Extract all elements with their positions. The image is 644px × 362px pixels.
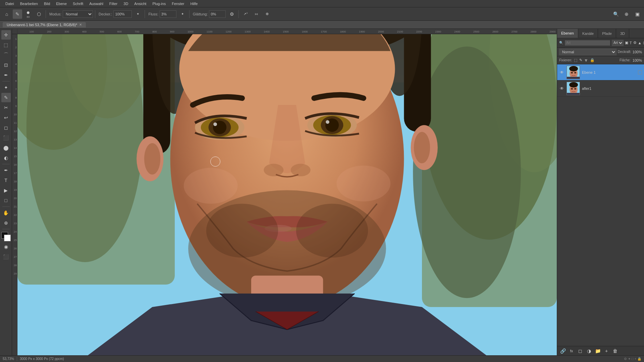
- zoom-tool[interactable]: ⊕: [1, 218, 11, 228]
- menu-schrift[interactable]: Schrift: [70, 1, 86, 6]
- svg-point-50: [571, 88, 573, 89]
- doc-close-btn[interactable]: ✕: [79, 23, 82, 26]
- background-color[interactable]: [4, 235, 11, 241]
- tab-ebenen[interactable]: Ebenen: [557, 29, 578, 38]
- svg-rect-46: [567, 77, 580, 79]
- ruler-left: 123 456 789 101112 131415 161718 192021 …: [12, 34, 17, 355]
- layer-view-btn[interactable]: ▣: [625, 40, 628, 46]
- home-tool-btn[interactable]: ⌂: [2, 9, 11, 19]
- layer-visibility-btn[interactable]: 👁: [559, 70, 565, 75]
- delete-layer-btn[interactable]: 🗑: [611, 347, 619, 355]
- options-toolbar: ⌂ ✎ ● 80 ⬡ Modus: Normal Decker.: ✦ Flus…: [0, 7, 644, 21]
- lock-transparent-btn[interactable]: ⬚: [574, 58, 577, 62]
- mode-select[interactable]: Normal: [63, 10, 93, 18]
- layer-item[interactable]: 👁 after1: [557, 80, 644, 97]
- blur-tool[interactable]: ⬤: [1, 143, 11, 153]
- layer-type-filter[interactable]: [565, 40, 610, 46]
- ruler-top: 100200300 400500600 700800900 1000110012…: [12, 29, 557, 34]
- pen-tool[interactable]: ✒: [1, 166, 11, 175]
- move-tool[interactable]: ✛: [1, 30, 11, 40]
- new-layer-btn[interactable]: +: [603, 347, 610, 355]
- arrange-btn[interactable]: ▣: [633, 9, 642, 19]
- zoom-btn-toolbar[interactable]: ⊕: [622, 9, 631, 19]
- brush-settings-btn[interactable]: ⬡: [34, 9, 44, 19]
- layers-panel: 🔍 Art ▣ T ⚙ ▲ ◻ Normal Deckraft: 100%: [557, 38, 644, 355]
- layer-smart-btn[interactable]: ◻: [643, 40, 644, 46]
- glaettung-input[interactable]: [209, 10, 226, 18]
- tab-pfade[interactable]: Pfade: [598, 29, 616, 38]
- svg-point-35: [144, 143, 160, 175]
- layer-visibility-btn[interactable]: 👁: [559, 86, 565, 91]
- mode-label: Modus:: [49, 12, 61, 16]
- canvas-with-ruler: 123 456 789 101112 131415 161718 192021 …: [12, 34, 557, 355]
- menu-filter[interactable]: Filter: [107, 1, 120, 6]
- dodge-tool[interactable]: ◐: [1, 153, 11, 163]
- path-select-tool[interactable]: ▶: [1, 186, 11, 195]
- brush-angle-btn[interactable]: ↗°: [241, 9, 250, 19]
- lock-all-btn[interactable]: 🔒: [590, 58, 595, 62]
- fluss-input[interactable]: [160, 10, 176, 18]
- layer-chain-icon: [638, 70, 642, 74]
- selection-tool[interactable]: ⬚: [1, 40, 11, 50]
- hand-tool[interactable]: ✋: [1, 208, 11, 218]
- menu-datei[interactable]: Datei: [3, 1, 17, 6]
- group-layers-btn[interactable]: 📁: [594, 347, 601, 355]
- svg-point-28: [264, 164, 283, 177]
- decker-pressure-btn[interactable]: ✦: [133, 9, 143, 19]
- lasso-tool[interactable]: ⌒: [1, 50, 11, 60]
- layer-text-btn[interactable]: T: [630, 40, 632, 46]
- svg-point-44: [571, 72, 573, 73]
- svg-point-49: [569, 82, 578, 87]
- decker-input[interactable]: [113, 10, 132, 18]
- menu-fenster[interactable]: Fenster: [169, 1, 187, 6]
- lock-image-btn[interactable]: ✎: [579, 58, 582, 62]
- add-mask-btn[interactable]: ◻: [577, 347, 584, 355]
- link-layers-btn[interactable]: 🔗: [559, 347, 567, 355]
- tool-sep-3: [2, 206, 10, 207]
- text-tool[interactable]: T: [1, 176, 11, 185]
- menu-bar: Datei Bearbeiten Bild Ebene Schrift Ausw…: [0, 0, 644, 7]
- symmetry-btn[interactable]: ⧦: [252, 9, 261, 19]
- quick-mask-tool[interactable]: ◉: [1, 242, 11, 251]
- menu-bearbeiten[interactable]: Bearbeiten: [17, 1, 41, 6]
- eyedropper-tool[interactable]: ✒: [1, 70, 11, 80]
- menu-3d[interactable]: 3D: [121, 1, 131, 6]
- lock-position-btn[interactable]: ⛛: [584, 58, 588, 62]
- clone-stamp-tool[interactable]: ✂: [1, 103, 11, 112]
- canvas-viewport[interactable]: [17, 34, 557, 355]
- screen-mode-tool[interactable]: ⬛: [1, 252, 11, 261]
- spot-heal-tool[interactable]: ✦: [1, 83, 11, 92]
- separator-5: [238, 10, 239, 18]
- menu-ebene[interactable]: Ebene: [53, 1, 69, 6]
- brush-tool[interactable]: ✎: [1, 93, 11, 102]
- layer-kind-select[interactable]: Art: [612, 40, 624, 46]
- layer-color-btn[interactable]: ▲: [638, 40, 642, 46]
- menu-bild[interactable]: Bild: [41, 1, 53, 6]
- layer-adjust-btn[interactable]: ⚙: [633, 40, 637, 46]
- layers-toolbar: 🔍 Art ▣ T ⚙ ▲ ◻: [557, 38, 644, 48]
- gradient-tool[interactable]: ⬛: [1, 133, 11, 142]
- shape-tool[interactable]: □: [1, 196, 11, 205]
- menu-auswahl[interactable]: Auswahl: [87, 1, 106, 6]
- history-brush-tool[interactable]: ↩: [1, 113, 11, 122]
- layer-item[interactable]: 👁 Ebene 1: [557, 64, 644, 80]
- adjustment-layer-btn[interactable]: ◑: [585, 347, 593, 355]
- layer-blend-select[interactable]: Normal: [559, 49, 616, 55]
- extra-btn[interactable]: ⊕: [262, 9, 272, 19]
- menu-hilfe[interactable]: Hilfe: [187, 1, 200, 6]
- brush-tool-active[interactable]: ✎: [13, 9, 22, 19]
- glaettung-settings-btn[interactable]: ⚙: [227, 9, 236, 19]
- color-swatches[interactable]: [1, 232, 11, 241]
- layer-style-btn[interactable]: fx: [568, 347, 575, 355]
- fluss-pressure-btn[interactable]: ✦: [178, 9, 187, 19]
- doc-tab[interactable]: Unbenannt-1 bei 53,7% (Ebene 1, RGB/8)* …: [3, 22, 86, 27]
- menu-ansicht[interactable]: Ansicht: [131, 1, 149, 6]
- decker-label: Decker.:: [99, 12, 112, 16]
- crop-tool[interactable]: ⊡: [1, 60, 11, 70]
- tab-3d[interactable]: 3D: [616, 29, 629, 38]
- svg-point-45: [574, 72, 576, 73]
- tab-kanaele[interactable]: Kanäle: [578, 29, 598, 38]
- menu-plugins[interactable]: Plug-ins: [150, 1, 168, 6]
- search-btn-toolbar[interactable]: 🔍: [611, 9, 621, 19]
- eraser-tool[interactable]: ◻: [1, 123, 11, 132]
